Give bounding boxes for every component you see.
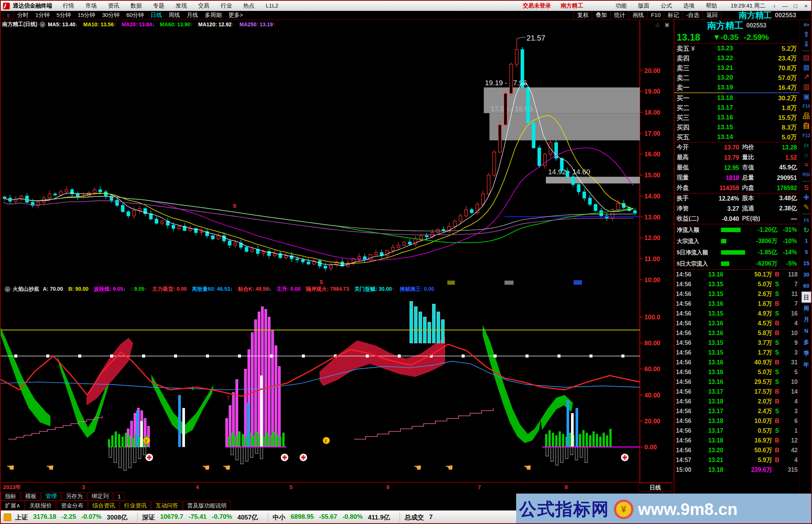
s-icon[interactable]: S xyxy=(804,183,809,193)
menu-item-L1L2[interactable]: L1L2 xyxy=(266,2,278,9)
tab-扩展∧[interactable]: 扩展∧ xyxy=(1,501,24,510)
menu-item-帮助[interactable]: 帮助 xyxy=(706,2,717,9)
trade-row[interactable]: 15:0013.18239.6万315 xyxy=(674,465,799,475)
toolbar-button-叠加[interactable]: 叠加 xyxy=(592,11,611,20)
toolbar-button-画线[interactable]: 画线 xyxy=(629,11,647,20)
trade-row[interactable]: 14:5613.170.5万S1 xyxy=(674,426,799,436)
minimize-icon[interactable]: — xyxy=(780,3,790,9)
menu-item-公式[interactable]: 公式 xyxy=(661,2,672,9)
toolbar-button-复权[interactable]: 复权 xyxy=(573,11,592,20)
f12-icon[interactable]: F12 xyxy=(803,131,810,140)
period-tab-日线[interactable]: 日线 xyxy=(151,12,162,19)
up-arrow-icon[interactable]: ⇧ xyxy=(803,30,809,39)
circle-icon[interactable]: ○ xyxy=(804,150,808,160)
toolbar-button-统计[interactable]: 统计 xyxy=(610,11,629,20)
trend-chart-icon[interactable]: ↗ xyxy=(803,72,809,82)
tab-关联报价[interactable]: 关联报价 xyxy=(25,501,56,510)
tab-另存为[interactable]: 另存为 xyxy=(62,492,87,501)
trade-row[interactable]: 14:5613.1810.0万B6 xyxy=(674,416,799,426)
trade-row[interactable]: 14:5713.215.9万B4 xyxy=(674,455,799,465)
quote-level-row[interactable]: 买一13.1830.2万 xyxy=(674,93,799,103)
quote-level-row[interactable]: 卖四13.2223.4万 xyxy=(674,53,799,63)
axis-period-label[interactable]: 日线 xyxy=(638,483,672,492)
menu-item-功能[interactable]: 功能 xyxy=(615,2,627,9)
period-tab-30分钟[interactable]: 30分钟 xyxy=(102,12,120,19)
tab-绑定到[interactable]: 绑定到 xyxy=(88,492,113,501)
period-tab-1分钟[interactable]: 1分钟 xyxy=(35,12,50,19)
tab-行业资讯[interactable]: 行业资讯 xyxy=(120,501,151,510)
strip-period-30[interactable]: 30 xyxy=(801,269,811,280)
menu-item-发现[interactable]: 发现 xyxy=(176,2,187,9)
trade-row[interactable]: 14:5613.1816.9万B12 xyxy=(674,436,799,445)
f10-icon[interactable]: F10 xyxy=(803,101,810,111)
trade-row[interactable]: 14:5613.165.0万S5 xyxy=(674,367,799,377)
trade-row[interactable]: 14:5613.151.7万S3 xyxy=(674,348,799,358)
trade-row[interactable]: 14:5613.182.0万B4 xyxy=(674,397,799,406)
indicator-chart[interactable]: 100.080.0060.0040.0020.000.00¥¥☚☚☚☚☚☚☚↓↑ xyxy=(1,285,673,482)
strip-period-60[interactable]: 60 xyxy=(801,280,811,291)
kline-icon[interactable]: ▥ xyxy=(803,82,810,92)
trade-row[interactable]: 14:5613.152.6万S11 xyxy=(674,289,799,299)
down-arrow-icon[interactable]: ⇩ xyxy=(803,39,809,49)
tab-互动问答[interactable]: 互动问答 xyxy=(151,501,182,510)
trade-row[interactable]: 14:5613.161.6万B7 xyxy=(674,299,799,309)
layout-toggle-icon[interactable]: ▯ xyxy=(3,12,14,19)
toolbar-button-标记[interactable]: 标记 xyxy=(664,11,683,20)
period-tab-多周期[interactable]: 多周期 xyxy=(205,12,222,19)
back-arrow-icon[interactable]: ⇦ xyxy=(803,20,809,30)
trade-row[interactable]: 14:5613.2050.6万B42 xyxy=(674,445,799,455)
tab-指标[interactable]: 指标 xyxy=(1,492,20,501)
quote-level-row[interactable]: 买五13.145.0万 xyxy=(674,132,799,142)
trade-row[interactable]: 14:5613.165.8万B10 xyxy=(674,328,799,338)
formula-icon[interactable]: ƒx xyxy=(804,140,809,150)
period-tab-分时[interactable]: 分时 xyxy=(17,12,29,19)
rsi-icon[interactable]: RSI xyxy=(803,170,810,180)
maximize-pane-icon[interactable]: ▣ xyxy=(665,22,669,27)
toolbar-button--自选[interactable]: -自选 xyxy=(682,11,703,20)
period-tab-月线[interactable]: 月线 xyxy=(187,12,198,19)
menu-item-热点[interactable]: 热点 xyxy=(243,2,255,9)
tree-icon[interactable]: 品 xyxy=(803,111,810,121)
menu-item-专题[interactable]: 专题 xyxy=(153,2,164,9)
wave-icon[interactable]: ≈ xyxy=(804,160,808,170)
toolbar-button-F10[interactable]: F10 xyxy=(647,11,664,20)
toolbar-button-返回[interactable]: 返回 xyxy=(703,11,721,20)
menu-item-行业[interactable]: 行业 xyxy=(221,2,232,9)
zixuan-icon[interactable]: 自 xyxy=(803,121,810,131)
report-icon[interactable]: ▤ xyxy=(803,53,810,62)
quote-level-row[interactable]: 买二13.171.8万 xyxy=(674,103,799,113)
refresh-icon[interactable]: ↻ xyxy=(803,225,809,235)
menu-item-选项[interactable]: 选项 xyxy=(683,2,694,9)
index-quote-深证[interactable]: 深证10679.7-75.41-0.70%4057亿 xyxy=(142,513,263,522)
nav-back-icon[interactable]: ‹ xyxy=(769,3,780,9)
tab-1[interactable]: 1 xyxy=(114,492,125,501)
menu-item-行情[interactable]: 行情 xyxy=(63,2,74,9)
market-status-icon[interactable] xyxy=(4,513,11,521)
period-tab-5分钟[interactable]: 5分钟 xyxy=(56,12,71,19)
trade-row[interactable]: 14:5613.172.4万S3 xyxy=(674,406,799,416)
f5-icon[interactable]: F5 xyxy=(804,216,809,225)
quote-level-row[interactable]: 买四13.158.3万 xyxy=(674,122,799,132)
restore-icon[interactable]: □ xyxy=(790,3,801,9)
quote-level-row[interactable]: 卖二13.2057.0万 xyxy=(674,73,799,83)
strip-period-月[interactable]: 月 xyxy=(801,314,811,325)
quote-level-row[interactable]: 卖一13.1916.4万 xyxy=(674,83,799,92)
trade-row[interactable]: 14:5613.153.7万S9 xyxy=(674,338,799,348)
pages-icon[interactable]: ▣ xyxy=(803,92,810,101)
strip-period-年[interactable]: 年 xyxy=(801,359,811,370)
trade-row[interactable]: 14:5613.1629.5万S10 xyxy=(674,377,799,387)
menu-item-版面[interactable]: 版面 xyxy=(638,2,649,9)
trade-row[interactable]: 14:5613.154.9万S16 xyxy=(674,309,799,319)
trade-row[interactable]: 14:5613.1640.9万B31 xyxy=(674,358,799,367)
quote-table-icon[interactable]: ▦ xyxy=(803,62,810,72)
chevron-down-icon[interactable]: ⌄ xyxy=(5,286,11,292)
tick-trade-list[interactable]: 14:5613.1650.1万B11814:5613.155.0万S714:56… xyxy=(674,269,799,475)
menu-item-资讯[interactable]: 资讯 xyxy=(108,2,119,9)
menu-item-数据[interactable]: 数据 xyxy=(130,2,142,9)
trade-row[interactable]: 14:5613.1717.5万B14 xyxy=(674,387,799,397)
index-quote-中小[interactable]: 中小6898.95-55.67-0.80%411.9亿 xyxy=(273,513,395,522)
tab-普及版功能说明[interactable]: 普及版功能说明 xyxy=(183,501,231,510)
diamond-icon[interactable]: ◇ xyxy=(656,22,659,27)
candlestick-chart[interactable]: 20.0019.0018.0017.0016.0015.0014.0013.00… xyxy=(1,20,673,285)
quote-level-row[interactable]: 卖三13.2170.8万 xyxy=(674,63,799,73)
